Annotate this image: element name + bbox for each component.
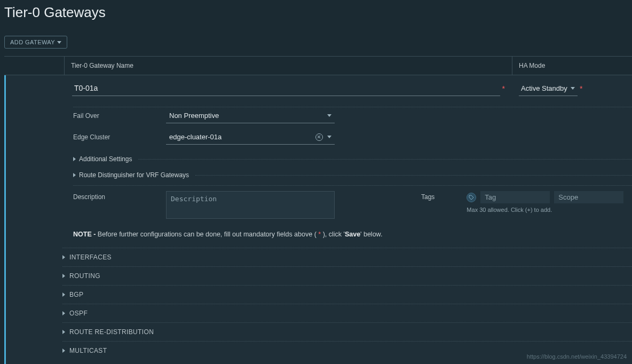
rd-vrf-label: Route Distinguisher for VRF Gateways [79, 171, 189, 179]
tags-label: Tags [421, 191, 434, 201]
failover-label: Fail Over [73, 112, 166, 120]
separator [138, 159, 632, 160]
tag-hint: Max 30 allowed. Click (+) to add. [467, 207, 623, 213]
tag-icon[interactable] [467, 193, 476, 202]
additional-settings-expander[interactable]: Additional Settings [73, 151, 632, 167]
chevron-right-icon [62, 349, 65, 353]
page-title: Tier-0 Gateways [4, 4, 632, 21]
th-expand [4, 57, 65, 75]
edge-cluster-label: Edge Cluster [73, 133, 166, 141]
chevron-right-icon [62, 274, 65, 278]
section-label: ROUTE RE-DISTRIBUTION [69, 328, 154, 336]
edge-cluster-select[interactable]: edge-cluater-01a [166, 130, 335, 145]
scope-input[interactable] [554, 191, 623, 203]
description-label: Description [73, 191, 166, 219]
section-routing[interactable]: ROUTING [62, 266, 632, 285]
chevron-down-icon [57, 41, 61, 44]
chevron-right-icon [62, 255, 65, 259]
section-label: OSPF [69, 310, 88, 317]
section-ospf[interactable]: OSPF [62, 304, 632, 322]
additional-settings-label: Additional Settings [79, 155, 132, 163]
clear-icon[interactable] [315, 133, 323, 141]
chevron-right-icon [73, 173, 76, 177]
note-text: NOTE - Before further configurations can… [73, 231, 632, 238]
chevron-right-icon [62, 330, 65, 334]
ha-mode-select[interactable]: Active Standby [519, 81, 578, 96]
th-name: Tier-0 Gateway Name [65, 57, 512, 75]
th-ha: HA Mode [512, 57, 632, 75]
table-header: Tier-0 Gateway Name HA Mode [4, 57, 632, 75]
required-star-icon: * [580, 84, 582, 93]
ha-mode-value: Active Standby [521, 84, 567, 92]
description-textarea[interactable] [166, 191, 335, 219]
gateway-name-input[interactable] [72, 81, 500, 96]
separator [195, 175, 632, 176]
chevron-down-icon [327, 114, 331, 117]
chevron-right-icon [62, 292, 65, 297]
section-label: INTERFACES [69, 254, 112, 261]
section-interfaces[interactable]: INTERFACES [62, 248, 632, 266]
chevron-right-icon [62, 311, 65, 315]
gateway-edit-row: * Active Standby * Fail Over Non Preempt… [4, 75, 632, 364]
section-label: ROUTING [69, 272, 100, 280]
chevron-down-icon [571, 87, 575, 90]
add-gateway-button[interactable]: ADD GATEWAY [4, 36, 67, 49]
chevron-right-icon [73, 157, 76, 161]
watermark-text: https://blog.csdn.net/weixin_43394724 [527, 353, 627, 360]
failover-select[interactable]: Non Preemptive [166, 108, 335, 123]
add-gateway-label: ADD GATEWAY [10, 39, 55, 45]
section-label: BGP [69, 291, 83, 298]
section-route-redist[interactable]: ROUTE RE-DISTRIBUTION [62, 322, 632, 341]
section-bgp[interactable]: BGP [62, 285, 632, 304]
sections-list: INTERFACES ROUTING BGP OSPF [73, 248, 632, 360]
required-star-icon: * [502, 84, 505, 93]
edge-cluster-value: edge-cluater-01a [169, 133, 222, 141]
tag-input[interactable] [480, 191, 550, 203]
rd-vrf-expander[interactable]: Route Distinguisher for VRF Gateways [73, 167, 632, 183]
tag-svg-icon [469, 195, 474, 200]
chevron-down-icon [327, 136, 331, 138]
failover-value: Non Preemptive [169, 112, 219, 120]
gateway-table: Tier-0 Gateway Name HA Mode * Active Sta… [4, 56, 632, 364]
section-label: MULTICAST [69, 347, 107, 354]
